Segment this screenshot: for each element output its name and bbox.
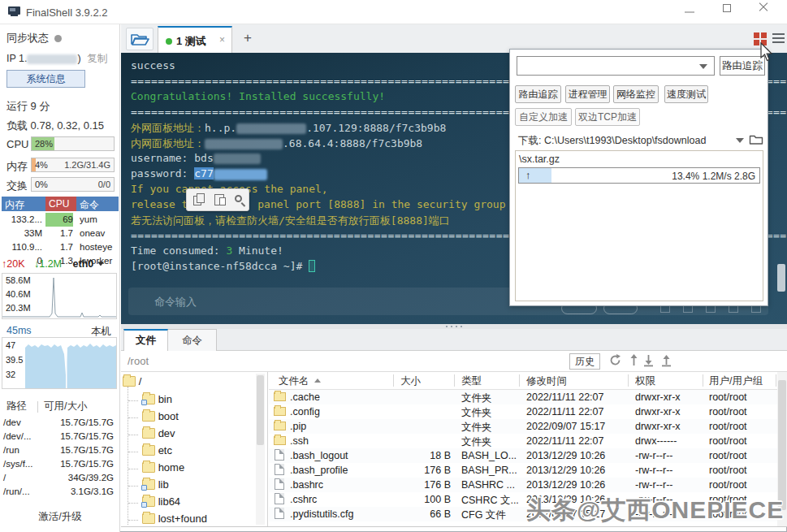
dual-tcp-acceleration-button[interactable]: 双边TCP加速 <box>575 108 640 126</box>
parent-directory-icon[interactable] <box>627 353 643 370</box>
file-row[interactable]: .bashrc 176 B BASHRC ... 2013/12/29 10:2… <box>269 478 787 492</box>
tree-item[interactable]: bin <box>142 393 172 408</box>
paste-icon[interactable] <box>213 193 227 207</box>
sort-asc-icon <box>314 378 321 383</box>
tab-close-icon[interactable]: × <box>219 34 225 45</box>
refresh-icon[interactable] <box>608 353 625 370</box>
load-label: 负载 0.78, 0.32, 0.15 <box>6 119 104 133</box>
download-path-dropdown-icon[interactable] <box>736 138 744 143</box>
chevron-down-icon[interactable] <box>97 262 104 266</box>
trace-target-combobox[interactable] <box>517 56 715 76</box>
tree-scrollbar-thumb[interactable] <box>257 375 264 445</box>
terminal-line: username: bds <box>131 152 261 164</box>
tree-item[interactable]: dev <box>142 427 175 442</box>
tree-scrollbar[interactable] <box>256 374 265 525</box>
watermark: 头条@艾西ONEPIECE <box>526 494 784 527</box>
ip-blur <box>27 54 77 64</box>
minimize-button[interactable] <box>677 0 712 24</box>
copy-ip-link[interactable]: 复制 <box>87 53 107 64</box>
tool-process-manager[interactable]: 进程管理 <box>565 85 610 103</box>
uptime-label: 运行 9 分 <box>6 99 50 114</box>
tree-item[interactable]: home <box>142 461 184 476</box>
interface-select[interactable]: eth0 <box>73 258 94 270</box>
path-input[interactable] <box>128 353 550 370</box>
close-button[interactable] <box>750 0 786 24</box>
selected-text: c77 <box>194 167 213 179</box>
activate-upgrade-link[interactable]: 激活/升级 <box>0 510 120 524</box>
mouse-cursor <box>760 42 774 63</box>
folder-icon <box>274 407 286 416</box>
tab-commands[interactable]: 命令 <box>168 329 217 351</box>
disk-row: /sys/f...15.7G/15.7G <box>3 459 117 473</box>
column-perm[interactable]: 权限 <box>635 374 655 388</box>
column-owner[interactable]: 用户/用户组 <box>709 374 763 388</box>
new-tab-button[interactable]: + <box>240 30 256 46</box>
file-row[interactable]: .ssh 文件夹 2022/11/11 22:07 drwx------ roo… <box>269 434 787 448</box>
custom-acceleration-button[interactable]: 自定义加速 <box>515 108 572 126</box>
upload-icon[interactable] <box>659 353 676 370</box>
folder-icon <box>274 436 286 445</box>
column-name[interactable]: 文件名 <box>279 374 321 388</box>
terminal-line: Congratulations! Installed successfully! <box>131 90 385 102</box>
folder-icon <box>142 479 155 490</box>
tree-item[interactable]: boot <box>142 410 179 425</box>
window-title: FinalShell 3.9.2.2 <box>26 6 107 19</box>
file-row[interactable]: .config 文件夹 2022/11/11 22:07 drwxr-xr-x … <box>269 404 787 419</box>
copy-icon[interactable] <box>192 193 206 207</box>
file-row[interactable]: .cache 文件夹 2022/11/11 22:07 drwxr-xr-x r… <box>269 390 787 404</box>
transfer-list[interactable]: \sx.tar.gz ↑ 13.4% 1.2M/s 2.8G <box>515 150 763 301</box>
column-size[interactable]: 大小 <box>400 374 421 388</box>
column-type[interactable]: 类型 <box>461 374 482 388</box>
tab-session-1[interactable]: 1 测试 × <box>158 26 232 53</box>
proc-cell: 33M <box>2 227 42 240</box>
directory-tree[interactable]: / bin boot dev etc home lib lib64 lost+f… <box>121 372 268 526</box>
disk-header-size[interactable]: 可用/大小 <box>44 400 87 413</box>
tree-item[interactable]: etc <box>142 444 172 459</box>
search-icon[interactable] <box>233 193 247 207</box>
terminal-quick-toolbar <box>186 188 249 211</box>
folder-open-icon <box>130 32 149 46</box>
proc-header-command[interactable]: 命令 <box>76 197 119 211</box>
terminal-cursor <box>309 260 315 272</box>
sync-status-label: 同步状态 <box>6 31 62 45</box>
proc-header-cpu[interactable]: CPU <box>45 197 76 211</box>
file-icon <box>275 464 284 475</box>
terminal-prompt-line: [root@instance-nf58dcca ~]# <box>131 260 315 272</box>
column-mtime[interactable]: 修改时间 <box>526 374 567 388</box>
network-rate-row[interactable]: ↑20K ↓1.2M eth0 <box>2 258 105 270</box>
proc-cell: 1.7 <box>45 227 73 240</box>
system-info-button[interactable]: 系统信息 <box>6 70 85 88</box>
proc-header-memory[interactable]: 内存 <box>2 197 45 211</box>
maximize-button[interactable] <box>713 0 749 24</box>
folder-icon <box>142 496 155 507</box>
tree-item-root[interactable]: / <box>123 375 141 390</box>
file-row[interactable]: .bash_profile 176 B BASH_PR... 2013/12/2… <box>269 463 787 478</box>
terminal-scrollbar-thumb[interactable] <box>777 264 785 292</box>
file-row[interactable]: .pip 文件夹 2022/09/07 15:17 drwxr-xr-x roo… <box>269 419 787 434</box>
tab-files[interactable]: 文件 <box>123 329 168 351</box>
symlink-badge <box>141 400 147 405</box>
file-row[interactable]: .bash_logout 18 B BASH_LO... 2013/12/29 … <box>269 448 787 463</box>
tree-item[interactable]: lost+found <box>142 513 207 526</box>
tool-network-monitor[interactable]: 网络监控 <box>613 85 659 103</box>
symlink-badge <box>141 485 147 491</box>
download-icon[interactable] <box>642 353 658 370</box>
bottom-tab-bar: 文件 命令 <box>121 329 787 351</box>
tool-trace-route[interactable]: 路由追踪 <box>515 85 561 103</box>
open-download-folder-icon[interactable] <box>749 133 763 145</box>
file-icon <box>275 508 284 519</box>
download-rate: ↓1.2M <box>34 258 62 270</box>
swap-label: 交换 <box>6 179 28 193</box>
history-button[interactable]: 历史 <box>569 353 600 370</box>
file-table-scrollbar-thumb[interactable] <box>778 380 786 510</box>
terminal-line: success <box>131 59 175 71</box>
trace-route-button[interactable]: 路由追踪 <box>720 56 765 76</box>
disk-header-path[interactable]: 路径 <box>6 400 27 413</box>
proc-cell: yum <box>80 213 119 227</box>
connection-manager-button[interactable] <box>126 28 154 50</box>
tree-item[interactable]: lib <box>142 478 169 493</box>
tool-speed-test[interactable]: 速度测试 <box>664 85 708 103</box>
chevron-down-icon[interactable] <box>699 64 707 69</box>
menu-button[interactable] <box>772 33 785 44</box>
tree-item[interactable]: lib64 <box>142 495 180 510</box>
